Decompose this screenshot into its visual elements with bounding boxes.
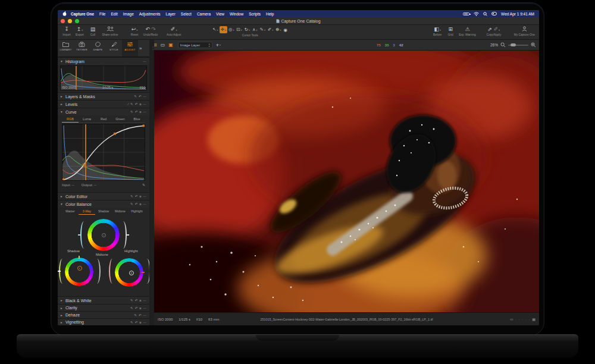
image-viewer[interactable]	[154, 51, 539, 312]
panel-header-vignetting[interactable]: ▸ Vignetting ✎ ↶ ≡ ⋯	[58, 318, 149, 325]
redo-icon[interactable]: ↷	[151, 26, 156, 32]
cb-tab-shadow[interactable]: Shadow	[95, 209, 112, 215]
more-icon[interactable]: ⋯	[143, 95, 147, 98]
clone-tool[interactable]: ◉	[283, 27, 289, 33]
more-icon[interactable]: ⋯	[143, 202, 147, 206]
panel-header-color-balance[interactable]: ▾ Color Balance ✎ ↶ ≡ ⋯	[58, 200, 149, 208]
curve-tab-blue[interactable]: Blue	[129, 117, 145, 123]
keystone-tool[interactable]: ∧▾	[251, 26, 259, 33]
sidebar-resize-handle[interactable]: ⋮	[149, 40, 154, 325]
apple-menu-icon[interactable]	[62, 11, 67, 17]
zoom-slider[interactable]	[508, 45, 528, 46]
presets-icon[interactable]: ≡	[139, 102, 141, 106]
cb-tab-highlight[interactable]: Highlight	[129, 209, 145, 215]
brush-icon[interactable]: ✎	[130, 202, 133, 206]
tabs-overflow-icon[interactable]: »	[139, 46, 142, 51]
panel-header-clarity[interactable]: ▸ Clarity ✎ ↶ ≡ ⋯	[58, 304, 149, 311]
crop-tool[interactable]: ⊡▾	[235, 26, 243, 33]
cull-button[interactable]: ▤ Cull	[88, 26, 98, 36]
more-icon[interactable]: ⋯	[143, 313, 147, 317]
layer-select-dropdown[interactable]: Image Layer ▴▾	[178, 42, 212, 48]
panel-header-color-editor[interactable]: ▸ Color Editor ✎ ↶ ≡ ⋯	[58, 192, 149, 200]
zoom-slider-thumb[interactable]	[511, 43, 516, 46]
erase-mask-tool[interactable]: ✐▾	[267, 26, 274, 33]
menu-select[interactable]: Select	[181, 12, 192, 16]
tab-shape[interactable]: SHAPE	[90, 40, 106, 57]
panel-header-dehaze[interactable]: ▸ Dehaze ✎ ↶ ⋯	[58, 311, 149, 318]
filmstrip-icon[interactable]: ▦	[532, 317, 536, 321]
grid-button[interactable]: ⊞ Grid	[446, 26, 455, 36]
curve-tab-red[interactable]: Red	[95, 117, 112, 123]
panel-header-curve[interactable]: ▾ Curve ✎ ↶ ≡ ⋯	[58, 108, 149, 115]
copy-apply-button[interactable]: ⇗ ✐▾ Copy/Apply	[486, 26, 502, 36]
reset-icon[interactable]: ↶	[135, 102, 138, 106]
wifi-icon[interactable]	[474, 12, 479, 16]
loupe-tool[interactable]: ◎▾	[227, 26, 236, 33]
brush-icon[interactable]: ✎	[130, 299, 133, 302]
before-button[interactable]: ◧▾ Before	[433, 26, 442, 36]
cb-tab-midtone[interactable]: Midtone	[112, 209, 129, 215]
more-icon[interactable]: ⋯	[143, 194, 147, 198]
rotate-tool[interactable]: ↻▾	[243, 26, 251, 33]
draw-mask-tool[interactable]: ✎▾	[259, 26, 267, 33]
cb-tab-master[interactable]: Master	[62, 209, 79, 215]
panel-header-black-white[interactable]: ▸ Black & White ✎ ↶ ≡ ⋯	[58, 296, 149, 304]
curve-tab-green[interactable]: Green	[112, 117, 129, 123]
more-icon[interactable]: ⋯	[143, 306, 147, 310]
undo-icon[interactable]: ↶	[145, 26, 150, 32]
reset-icon[interactable]: ↶	[135, 194, 138, 198]
menu-layer[interactable]: Layer	[166, 12, 176, 16]
zoom-level[interactable]: 26%	[490, 43, 498, 47]
pan-tool[interactable]: ✛▾	[220, 26, 227, 33]
presets-icon[interactable]: ≡	[139, 110, 141, 114]
brush-icon[interactable]: ✎	[130, 306, 133, 310]
cb-tab-3way[interactable]: 3-Way	[79, 209, 95, 215]
reset-button[interactable]: ↩▾ Reset	[130, 26, 139, 36]
reset-icon[interactable]: ↶	[135, 306, 138, 310]
menu-help[interactable]: Help	[266, 12, 274, 16]
highlight-wheel-cursor[interactable]	[129, 271, 134, 275]
more-icon[interactable]: ⋯	[143, 59, 147, 63]
select-tool[interactable]: ↖▾	[211, 26, 219, 33]
import-button[interactable]: ↧ Import	[62, 26, 71, 36]
control-center-icon[interactable]	[491, 12, 497, 15]
zoom-in-icon[interactable]	[531, 42, 536, 48]
menu-adjustments[interactable]: Adjustments	[139, 12, 161, 16]
panel-header-levels[interactable]: ▸ Levels ∕ ✎ ↶ ≡ ⋯	[58, 100, 149, 108]
apply-icon[interactable]: ✐	[494, 26, 499, 32]
menu-camera[interactable]: Camera	[197, 12, 211, 16]
more-icon[interactable]: ⋯	[143, 110, 147, 114]
my-capture-one-button[interactable]: My Capture One	[514, 26, 535, 36]
reset-icon[interactable]: ↶	[139, 313, 142, 317]
brush-icon[interactable]: ✎	[130, 194, 133, 198]
picker-icon[interactable]: ∕	[128, 102, 129, 106]
menu-image[interactable]: Image	[123, 12, 134, 16]
menu-app-name[interactable]: Capture One	[71, 12, 94, 16]
shadow-wheel-cursor[interactable]	[77, 266, 82, 271]
presets-icon[interactable]: ≡	[139, 299, 141, 302]
rating-dots-icon[interactable]: · · · · ·	[515, 318, 531, 321]
heal-tool[interactable]: ⊕▾	[274, 26, 282, 33]
copy-icon[interactable]: ⇗	[487, 26, 492, 32]
export-button[interactable]: ↥▾ Export	[75, 26, 84, 36]
menu-view[interactable]: View	[216, 12, 224, 16]
brush-icon[interactable]: ✎	[130, 102, 133, 106]
presets-icon[interactable]: ≡	[139, 202, 141, 206]
shadow-color-wheel[interactable]	[65, 258, 93, 286]
menu-edit[interactable]: Edit	[111, 12, 118, 16]
menu-scripts[interactable]: Scripts	[249, 12, 261, 16]
zoom-out-icon[interactable]	[500, 42, 506, 48]
midtone-saturation-arc[interactable]	[80, 221, 87, 249]
curve-graph[interactable]	[62, 124, 145, 181]
tab-tether[interactable]: TETHER	[74, 40, 90, 57]
curve-tab-luma[interactable]: Luma	[79, 117, 95, 123]
brush-icon[interactable]: ✎	[134, 95, 137, 98]
proof-view-icon[interactable]: ▣	[168, 42, 173, 48]
brush-icon[interactable]: ✎	[130, 321, 133, 324]
shadow-lightness-arc[interactable]	[93, 259, 101, 284]
more-icon[interactable]: ⋯	[143, 299, 147, 302]
presets-icon[interactable]: ≡	[139, 194, 141, 198]
spotlight-search-icon[interactable]	[483, 12, 487, 16]
reset-icon[interactable]: ↶	[135, 321, 138, 324]
tab-style[interactable]: STYLE	[106, 40, 122, 57]
